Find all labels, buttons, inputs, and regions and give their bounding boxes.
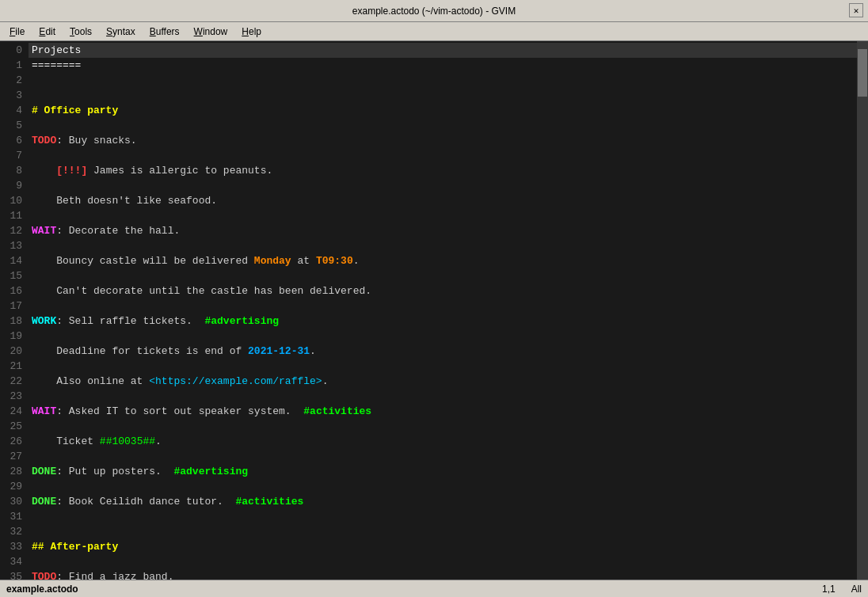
editor[interactable]: 0 1 2 3 4 5 6 7 8 9 10 11 12 13 14 15 16… — [0, 41, 868, 580]
menu-help[interactable]: Help — [235, 25, 268, 39]
menu-buffers[interactable]: Buffers — [143, 25, 186, 39]
menu-edit[interactable]: Edit — [32, 25, 62, 39]
code-line-1: ======== — [29, 58, 857, 73]
scroll-position: All — [851, 584, 862, 595]
code-line-17 — [29, 298, 857, 314]
code-line-15 — [29, 268, 857, 283]
code-line-7 — [29, 148, 857, 163]
code-line-2 — [29, 73, 857, 88]
scrollbar-thumb[interactable] — [858, 49, 867, 97]
line-numbers: 0 1 2 3 4 5 6 7 8 9 10 11 12 13 14 15 16… — [0, 41, 29, 580]
code-line-13 — [29, 238, 857, 253]
code-line-27 — [29, 449, 857, 464]
menu-tools[interactable]: Tools — [63, 25, 98, 39]
scrollbar[interactable] — [857, 41, 868, 580]
statusbar: example.actodo 1,1 All — [0, 580, 868, 597]
menu-file[interactable]: File — [3, 25, 31, 39]
code-line-8: [!!!] James is allergic to peanuts. — [29, 163, 857, 178]
code-line-30: DONE: Book Ceilidh dance tutor. #activit… — [29, 494, 857, 509]
code-line-5 — [29, 118, 857, 133]
menu-syntax[interactable]: Syntax — [100, 25, 142, 39]
code-line-22: Also online at <https://example.com/raff… — [29, 374, 857, 389]
close-button[interactable]: ✕ — [849, 3, 863, 17]
code-line-24: WAIT: Asked IT to sort out speaker syste… — [29, 404, 857, 419]
code-line-19 — [29, 329, 857, 344]
code-line-18: WORK: Sell raffle tickets. #advertising — [29, 314, 857, 329]
menu-window[interactable]: Window — [188, 25, 234, 39]
code-line-10: Beth doesn't like seafood. — [29, 193, 857, 208]
code-line-3 — [29, 88, 857, 103]
code-line-20: Deadline for tickets is end of 2021-12-3… — [29, 344, 857, 359]
code-line-21 — [29, 359, 857, 374]
code-line-9 — [29, 178, 857, 193]
titlebar: example.actodo (~/vim-actodo) - GVIM ✕ — [0, 0, 868, 22]
code-line-6: TODO: Buy snacks. — [29, 133, 857, 148]
code-line-11 — [29, 208, 857, 223]
statusbar-filename: example.actodo — [6, 584, 78, 595]
code-line-29 — [29, 479, 857, 494]
code-area[interactable]: Projects ======== # Office party TODO: B… — [29, 41, 857, 580]
code-line-23 — [29, 389, 857, 404]
code-line-35: TODO: Find a jazz band. — [29, 569, 857, 580]
code-line-26: Ticket ##10035##. — [29, 434, 857, 449]
code-line-34 — [29, 554, 857, 569]
code-line-32 — [29, 524, 857, 539]
window-title: example.actodo (~/vim-actodo) - GVIM — [352, 6, 516, 17]
code-line-16: Can't decorate until the castle has been… — [29, 283, 857, 298]
code-line-31 — [29, 509, 857, 524]
code-line-12: WAIT: Decorate the hall. — [29, 223, 857, 238]
code-line-33: ## After-party — [29, 539, 857, 554]
code-line-25 — [29, 419, 857, 434]
code-line-4: # Office party — [29, 103, 857, 118]
cursor-position: 1,1 — [822, 584, 836, 595]
statusbar-position: 1,1 All — [822, 584, 862, 595]
code-line-0: Projects — [29, 43, 857, 58]
code-line-28: DONE: Put up posters. #advertising — [29, 464, 857, 479]
menubar: File Edit Tools Syntax Buffers Window He… — [0, 22, 868, 41]
code-line-14: Bouncy castle will be delivered Monday a… — [29, 253, 857, 268]
